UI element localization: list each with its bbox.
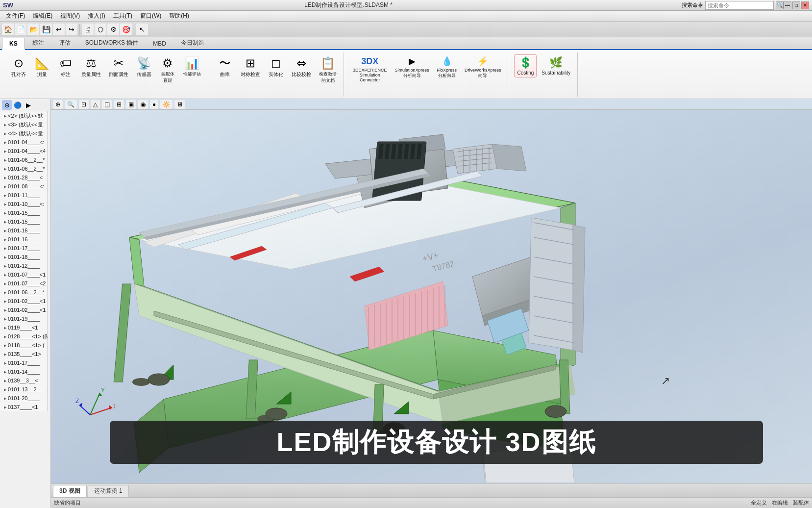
tab-annotation[interactable]: 标注 xyxy=(25,36,51,49)
qa-new[interactable]: 📄 xyxy=(15,24,26,35)
sidebar-item-7[interactable]: ▸ 0101-06__2__* xyxy=(0,164,48,173)
sidebar-item-13[interactable]: ▸ 0101-15____ xyxy=(0,217,48,226)
ribbon-btn-sustainability[interactable]: 🌿 Sustainability xyxy=(539,54,573,77)
ribbon-btn-entity[interactable]: ◻ 实体化 xyxy=(265,54,287,80)
tab-3d-view[interactable]: 3D 视图 xyxy=(53,485,87,497)
sidebar-item-27[interactable]: ▸ 0118____<1> ( xyxy=(0,341,48,350)
view-section-button[interactable]: △ xyxy=(91,100,100,109)
sidebar-item-26[interactable]: ▸ 0128____<1> (β xyxy=(0,332,48,341)
sidebar-item-2[interactable]: ▸ <3> (默认<<量 xyxy=(0,120,48,129)
sidebar-item-18[interactable]: ▸ 0101-12____ xyxy=(0,261,48,270)
view-camera-button[interactable]: ◉ xyxy=(138,100,148,109)
sidebar-item-5[interactable]: ▸ 0101-04____<4 xyxy=(0,147,48,155)
assemble-icon: ⚙ xyxy=(162,56,173,71)
sidebar-item-29[interactable]: ▸ 0101-17____ xyxy=(0,358,48,367)
sidebar-item-12[interactable]: ▸ 0101-15____ xyxy=(0,208,48,217)
sidebar-item-28[interactable]: ▸ 0135____<1> xyxy=(0,350,48,358)
tab-today-mfg[interactable]: 今日制造 xyxy=(173,36,212,49)
menu-help[interactable]: 帮助(H) xyxy=(165,11,193,21)
view-zoom-button[interactable]: 🔍 xyxy=(65,100,77,109)
ribbon-btn-sensor[interactable]: 📡 传感器 xyxy=(133,54,155,80)
view-display-button[interactable]: ▣ xyxy=(126,100,136,109)
3d-viewport[interactable]: +V+ T8782 X Y xyxy=(51,110,812,483)
view-orient-button[interactable]: ⊕ xyxy=(53,100,63,109)
qa-3d[interactable]: ⬡ xyxy=(95,24,106,35)
sidebar-item-6[interactable]: ▸ 0101-06__2__* xyxy=(0,155,48,164)
sidebar-item-22[interactable]: ▸ 0101-02____<1 xyxy=(0,297,48,305)
tab-ks[interactable]: KS xyxy=(2,38,25,50)
ribbon-btn-checkdoc[interactable]: 📋 检查激活的文档 xyxy=(316,54,340,86)
sidebar-item-31[interactable]: ▸ 0139__3__< xyxy=(0,376,48,385)
sidebar-item-14[interactable]: ▸ 0101-16____ xyxy=(0,226,48,235)
sidebar-item-20[interactable]: ▸ 0101-07____<2 xyxy=(0,279,48,288)
tab-evaluate[interactable]: 评估 xyxy=(51,36,78,49)
ribbon-btn-3dexperience[interactable]: 3DX 3DEXPERIENCESimulationConnector xyxy=(350,54,390,85)
qa-redo[interactable]: ↪ xyxy=(66,24,77,35)
ribbon-btn-costing[interactable]: 💲 Costing xyxy=(514,54,537,77)
ribbon-btn-driveworks[interactable]: ⚡ DriveWorksXpress向导 xyxy=(462,54,504,81)
minimize-button[interactable]: — xyxy=(784,1,791,9)
view-monitor-button[interactable]: 🖥 xyxy=(174,100,185,109)
ribbon-btn-floxpress[interactable]: 💧 FloXpress分析向导 xyxy=(434,54,460,81)
tab-motion-example[interactable]: 运动算例 1 xyxy=(88,485,129,497)
ribbon-btn-align[interactable]: ⊞ 对称检查 xyxy=(238,54,263,80)
close-button[interactable]: ✕ xyxy=(801,1,809,9)
menu-window[interactable]: 窗口(W) xyxy=(136,11,165,21)
ribbon-btn-curve[interactable]: 〜 曲率 xyxy=(214,54,236,80)
sidebar-item-11[interactable]: ▸ 0101-10____<: xyxy=(0,200,48,208)
ribbon-btn-pairhole[interactable]: ⊙ 孔对齐 xyxy=(8,54,29,80)
sidebar-item-19[interactable]: ▸ 0101-07____<1 xyxy=(0,270,48,279)
menu-edit[interactable]: 编辑(E) xyxy=(29,11,56,21)
sidebar-item-3[interactable]: ▸ <4> (默认<<量 xyxy=(0,129,48,138)
menu-file[interactable]: 文件(F) xyxy=(2,11,29,21)
sidebar-item-1[interactable]: ▸ <2> (默认<<默 xyxy=(0,111,48,120)
search-input[interactable] xyxy=(705,1,774,10)
sidebar-item-15[interactable]: ▸ 0101-16____ xyxy=(0,235,48,244)
sidebar-item-24[interactable]: ▸ 0101-19____ xyxy=(0,314,48,323)
ribbon-btn-mark[interactable]: 🏷 标注 xyxy=(55,54,76,80)
sidebar-icon-more[interactable]: ▶ xyxy=(24,100,33,110)
qa-open[interactable]: 📂 xyxy=(27,24,39,35)
maximize-button[interactable]: □ xyxy=(792,1,800,9)
ribbon-btn-section[interactable]: ✂ 剖面属性 xyxy=(106,54,131,80)
qa-home[interactable]: 🏠 xyxy=(2,24,14,35)
menu-tools[interactable]: 工具(T) xyxy=(109,11,136,21)
ribbon-btn-assemble[interactable]: ⚙ 装配体直观 xyxy=(157,54,178,86)
qa-settings[interactable]: ⚙ xyxy=(107,24,119,35)
ribbon-btn-measure[interactable]: 📐 测量 xyxy=(31,54,53,80)
sidebar-item-23[interactable]: ▸ 0101-02____<1 xyxy=(0,305,48,314)
menu-insert[interactable]: 插入(I) xyxy=(84,11,109,21)
ribbon-btn-quality[interactable]: ⚖ 质量属性 xyxy=(78,54,104,80)
ribbon-btn-compare[interactable]: ⇔ 比较校检 xyxy=(289,54,314,80)
qa-arrow[interactable]: ↖ xyxy=(136,24,148,35)
view-light-button[interactable]: 🔆 xyxy=(160,100,172,109)
view-grid-button[interactable]: ⊞ xyxy=(114,100,124,109)
sidebar-item-25[interactable]: ▸ 0119____<1 xyxy=(0,323,48,332)
sidebar-icon-view[interactable]: 🔵 xyxy=(13,100,23,110)
qa-save[interactable]: 💾 xyxy=(40,24,52,35)
tab-solidworks-plugins[interactable]: SOLIDWORKS 插件 xyxy=(78,36,146,49)
ribbon-btn-performance[interactable]: 📊 性能评估 xyxy=(180,54,204,80)
search-button[interactable]: 🔍 xyxy=(776,1,784,9)
sidebar-item-30[interactable]: ▸ 0101-14____ xyxy=(0,367,48,376)
sidebar-icon-add[interactable]: ⊕ xyxy=(2,100,12,110)
sidebar-item-8[interactable]: ▸ 0101-28____< xyxy=(0,173,48,182)
sidebar-item-21[interactable]: ▸ 0101-06__2__* xyxy=(0,288,48,297)
qa-print[interactable]: 🖨 xyxy=(82,24,94,35)
tab-mbd[interactable]: MBD xyxy=(146,38,173,49)
sidebar-item-4[interactable]: ▸ 0101-04____<: xyxy=(0,138,48,147)
view-fit-button[interactable]: ⊡ xyxy=(79,100,89,109)
sidebar-item-34[interactable]: ▸ 0137____<1 xyxy=(0,403,48,411)
qa-target[interactable]: 🎯 xyxy=(120,24,132,35)
sidebar-item-16[interactable]: ▸ 0101-17____ xyxy=(0,244,48,253)
sidebar-item-9[interactable]: ▸ 0101-08____<: xyxy=(0,182,48,191)
ribbon-btn-simxpress[interactable]: ▶ SimulationXpress分析向导 xyxy=(392,54,432,81)
view-render-button[interactable]: ● xyxy=(150,100,158,109)
menu-view[interactable]: 视图(V) xyxy=(56,11,84,21)
view-split-button[interactable]: ◫ xyxy=(102,100,112,109)
qa-undo[interactable]: ↩ xyxy=(53,24,65,35)
sidebar-item-17[interactable]: ▸ 0101-18____ xyxy=(0,253,48,261)
sidebar-item-33[interactable]: ▸ 0101-20____ xyxy=(0,394,48,403)
sidebar-item-10[interactable]: ▸ 0101-11____ xyxy=(0,191,48,200)
sidebar-item-32[interactable]: ▸ 0101-13__2__ xyxy=(0,385,48,394)
